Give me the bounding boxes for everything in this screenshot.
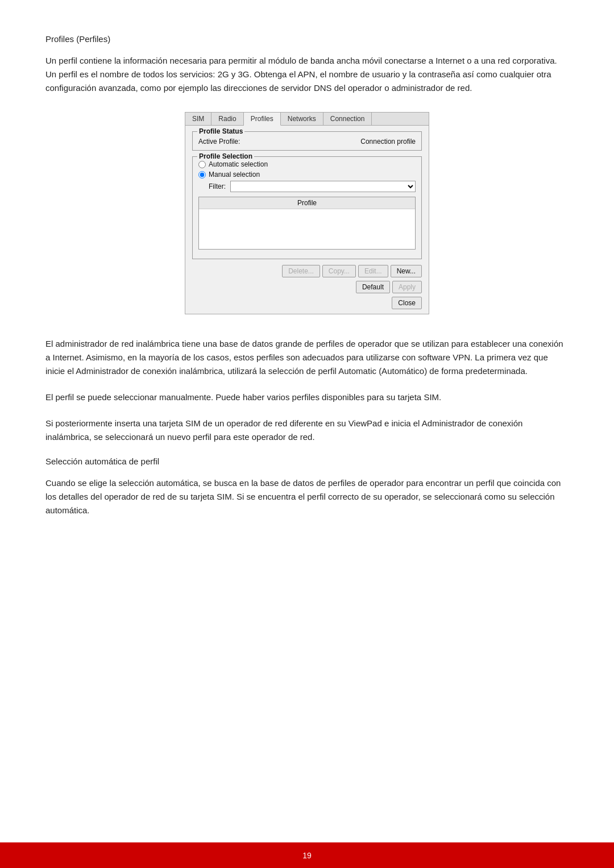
dialog-inner: Profile Status Active Profile: Connectio… [185,126,429,314]
filter-label: Filter: [209,182,226,190]
active-profile-value: Connection profile [360,138,416,146]
page-number: 19 [302,851,312,860]
paragraph-5: Cuando se elige la selección automática,… [45,476,569,517]
edit-button[interactable]: Edit... [358,265,388,277]
radio-automatic-label: Automatic selection [209,160,268,168]
default-button[interactable]: Default [356,281,390,293]
radio-manual-row: Manual selection [198,171,416,178]
profile-status-label: Profile Status [197,127,244,135]
active-profile-label: Active Profile: [198,138,240,146]
page-footer: 19 [0,842,614,868]
buttons-row-1: Delete... Copy... Edit... New... [192,265,422,277]
buttons-row-2: Default Apply [192,281,422,293]
profile-col-header: Profile [199,198,415,207]
filter-row: Filter: [198,181,416,192]
apply-button[interactable]: Apply [392,281,422,293]
profile-status-group: Profile Status Active Profile: Connectio… [192,131,422,151]
profile-table-body [199,209,415,249]
paragraph-2: El administrador de red inalámbrica tien… [45,337,569,378]
radio-manual-label: Manual selection [209,171,260,178]
profile-table: Profile [198,197,416,250]
profile-selection-label: Profile Selection [197,152,254,160]
dialog-box: SIM Radio Profiles Networks Connection P… [185,112,429,314]
paragraph-4: Si posteriormente inserta una tarjeta SI… [45,417,569,444]
tab-radio[interactable]: Radio [211,113,243,125]
close-row: Close [192,297,422,309]
radio-automatic[interactable] [198,161,206,168]
paragraph-3: El perfil se puede seleccionar manualmen… [45,391,569,404]
filter-select[interactable] [230,181,416,192]
tab-profiles[interactable]: Profiles [244,113,281,126]
tab-connection[interactable]: Connection [323,113,372,125]
delete-button[interactable]: Delete... [282,265,320,277]
page-section-title: Profiles (Perfiles) [45,34,569,44]
tab-bar: SIM Radio Profiles Networks Connection [185,113,429,126]
tab-sim[interactable]: SIM [185,113,211,125]
paragraph-1: Un perfil contiene la información necesa… [45,54,569,95]
new-button[interactable]: New... [391,265,422,277]
close-button[interactable]: Close [392,297,422,309]
radio-automatic-row: Automatic selection [198,160,416,168]
profile-selection-group: Profile Selection Automatic selection Ma… [192,156,422,259]
copy-button[interactable]: Copy... [322,265,356,277]
dialog-wrapper: SIM Radio Profiles Networks Connection P… [45,112,569,314]
tab-networks[interactable]: Networks [281,113,323,125]
profile-status-row: Active Profile: Connection profile [198,138,416,146]
subheading: Selección automática de perfil [45,456,569,466]
profile-table-header: Profile [199,197,415,209]
radio-manual[interactable] [198,171,206,178]
